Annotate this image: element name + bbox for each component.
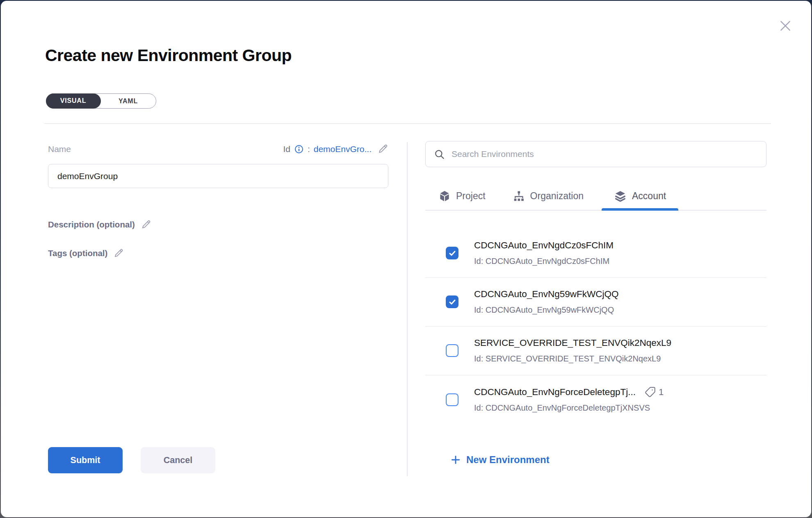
environment-row[interactable]: SERVICE_OVERRIDE_TEST_ENVQik2NqexL9 Id: … (425, 327, 766, 375)
cube-icon (438, 190, 451, 202)
tab-visual[interactable]: VISUAL (46, 93, 101, 109)
scope-tabs: Project Organization (425, 182, 766, 211)
new-environment-button[interactable]: New Environment (450, 454, 550, 466)
id-label: Id (283, 144, 290, 154)
environment-checkbox[interactable] (446, 393, 458, 406)
environment-texts: CDCNGAuto_EnvNgForceDeletegpTj... 1 Id: … (474, 386, 766, 413)
environment-texts: SERVICE_OVERRIDE_TEST_ENVQik2NqexL9 Id: … (474, 338, 766, 364)
environment-id: Id: SERVICE_OVERRIDE_TEST_ENVQik2NqexL9 (474, 354, 766, 364)
name-id-row: Name Id : demoEnvGro... (48, 143, 388, 154)
checkmark-icon (448, 249, 457, 258)
name-label: Name (48, 144, 71, 154)
tab-project[interactable]: Project (429, 182, 495, 210)
environment-list: CDCNGAuto_EnvNgdCz0sFChIM Id: CDCNGAuto_… (425, 211, 766, 428)
create-environment-group-dialog: Create new Environment Group VISUAL YAML… (1, 1, 811, 517)
tab-organization[interactable]: Organization (504, 182, 593, 210)
plus-icon (450, 454, 461, 465)
edit-id-pencil-icon[interactable] (377, 143, 388, 154)
new-environment-label: New Environment (466, 454, 550, 466)
id-separator: : (308, 144, 310, 154)
tab-account-label: Account (632, 191, 666, 202)
info-icon[interactable] (294, 144, 304, 154)
environment-checkbox[interactable] (446, 247, 458, 259)
tab-account[interactable]: Account (602, 182, 678, 210)
tab-yaml[interactable]: YAML (101, 94, 156, 108)
tag-count-badge: 1 (645, 386, 664, 398)
environment-name: CDCNGAuto_EnvNgForceDeletegpTj... (474, 387, 636, 398)
submit-button[interactable]: Submit (48, 447, 123, 473)
environment-id: Id: CDCNGAuto_EnvNg59wFkWCjQQ (474, 305, 766, 315)
visual-yaml-toggle: VISUAL YAML (46, 93, 156, 109)
edit-tags-pencil-icon[interactable] (113, 248, 124, 259)
environment-name: CDCNGAuto_EnvNg59wFkWCjQQ (474, 289, 619, 300)
tags-row: Tags (optional) (48, 248, 124, 259)
checkmark-icon (448, 298, 457, 307)
name-input[interactable] (48, 164, 388, 188)
search-input[interactable] (452, 149, 758, 159)
environment-texts: CDCNGAuto_EnvNg59wFkWCjQQ Id: CDCNGAuto_… (474, 289, 766, 315)
environment-checkbox[interactable] (446, 295, 458, 308)
environment-row[interactable]: CDCNGAuto_EnvNgForceDeletegpTj... 1 Id: … (425, 375, 766, 424)
tab-project-label: Project (456, 191, 486, 202)
environment-name: SERVICE_OVERRIDE_TEST_ENVQik2NqexL9 (474, 338, 671, 348)
page-title: Create new Environment Group (45, 46, 292, 65)
org-chart-icon (513, 190, 525, 202)
layers-icon (614, 190, 627, 202)
tags-label: Tags (optional) (48, 248, 107, 258)
close-icon[interactable] (778, 19, 792, 33)
panel-divider (407, 142, 408, 476)
search-environments-box (425, 141, 766, 167)
environment-id: Id: CDCNGAuto_EnvNgForceDeletegpTjXNSVS (474, 403, 766, 413)
tab-organization-label: Organization (530, 191, 584, 202)
tag-count: 1 (659, 387, 664, 398)
header-divider (44, 123, 771, 124)
entity-id-value[interactable]: demoEnvGro... (314, 144, 372, 154)
environment-row[interactable]: CDCNGAuto_EnvNg59wFkWCjQQ Id: CDCNGAuto_… (425, 278, 766, 327)
environment-id: Id: CDCNGAuto_EnvNgdCz0sFChIM (474, 257, 766, 266)
tag-icon (645, 386, 656, 398)
entity-id-row: Id : demoEnvGro... (283, 143, 388, 154)
search-icon (434, 149, 445, 160)
environment-row[interactable]: CDCNGAuto_EnvNgdCz0sFChIM Id: CDCNGAuto_… (425, 229, 766, 278)
description-row: Description (optional) (48, 219, 151, 230)
environment-checkbox[interactable] (446, 344, 458, 357)
environment-texts: CDCNGAuto_EnvNgdCz0sFChIM Id: CDCNGAuto_… (474, 240, 766, 266)
environment-name: CDCNGAuto_EnvNgdCz0sFChIM (474, 240, 614, 251)
description-label: Description (optional) (48, 220, 135, 229)
cancel-button[interactable]: Cancel (141, 447, 215, 473)
page-background: { "colors": { "primary_blue": "#2c6fd4",… (0, 0, 812, 518)
edit-description-pencil-icon[interactable] (141, 219, 151, 230)
